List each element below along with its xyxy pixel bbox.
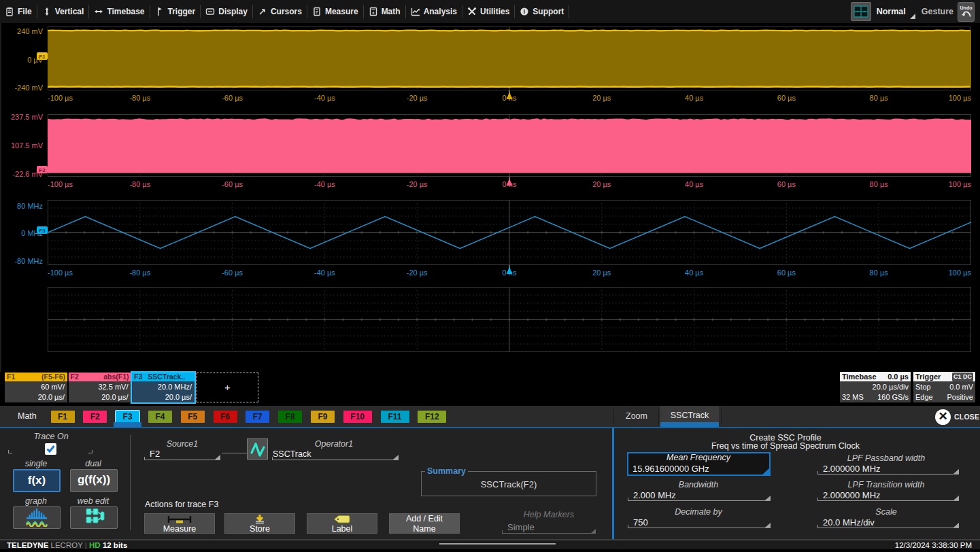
svg-text:i: i xyxy=(524,8,525,15)
